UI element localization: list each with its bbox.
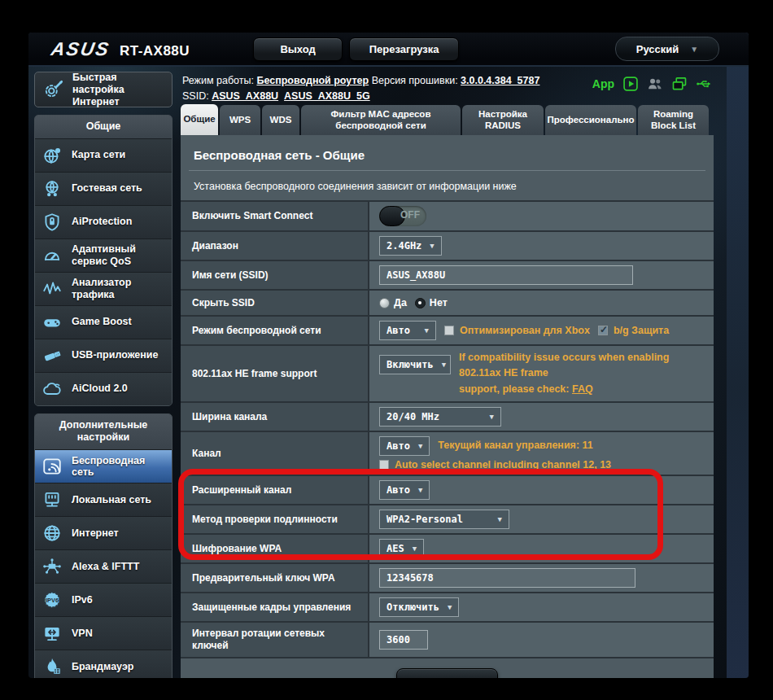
sidebar-item-vpn[interactable]: VPN — [35, 616, 172, 650]
ssid-24-link[interactable]: ASUS_AX88U — [212, 90, 278, 102]
sidebar: Быстрая настройка Интернет Общие Карта с… — [34, 72, 173, 678]
sidebar-item-label: USB-приложение — [72, 349, 159, 361]
sidebar-section-advanced: Дополнительные настройки Беспроводная се… — [34, 413, 173, 678]
field-label: Режим беспроводной сети — [181, 317, 369, 344]
he-frame-select[interactable]: Включить ▼ — [379, 355, 451, 374]
usb-status-icon[interactable] — [696, 76, 712, 92]
sidebar-item-label: Game Boost — [72, 316, 132, 327]
radio-label: Нет — [430, 297, 448, 308]
tab-roaming-block-list[interactable]: Roaming Block List — [638, 105, 709, 135]
top-banner: ASUS RT-AX88U Выход Перезагрузка Русский… — [28, 33, 749, 67]
sidebar-item-game-boost[interactable]: Game Boost — [35, 305, 172, 339]
row-protected-mgmt-frames: Защищенные кадры управления Отключить ▼ — [181, 593, 714, 623]
select-value: 20/40 MHz — [386, 411, 439, 422]
app-play-icon[interactable] — [622, 76, 639, 92]
app-label: App — [592, 77, 614, 90]
row-wpa-key: Предварительный ключ WPA — [181, 564, 714, 593]
select-value: Авто — [386, 484, 410, 496]
tab-mac-filter[interactable]: Фильтр MAC адресов беспроводной сети — [301, 105, 461, 135]
sidebar-item-quick-setup[interactable]: Быстрая настройка Интернет — [34, 72, 173, 107]
tab-general[interactable]: Общие — [181, 104, 218, 135]
xbox-optimized-checkbox[interactable] — [444, 326, 454, 335]
ssid-input[interactable] — [379, 265, 633, 285]
row-hide-ssid: Скрыть SSID Да Нет — [181, 291, 714, 317]
sidebar-item-wireless[interactable]: Беспроводная сеть — [35, 449, 172, 483]
protected-frames-select[interactable]: Отключить ▼ — [379, 597, 459, 617]
band-select[interactable]: 2.4GHz ▼ — [379, 236, 442, 256]
sidebar-item-lan[interactable]: Локальная сеть — [35, 483, 172, 516]
sidebar-item-aicloud[interactable]: AiCloud 2.0 — [35, 372, 172, 405]
gear-wrench-icon — [41, 79, 66, 100]
auth-method-select[interactable]: WPA2-Personal ▼ — [379, 510, 509, 529]
router-model: RT-AX88U — [120, 43, 190, 59]
auto-channel-checkbox[interactable] — [379, 460, 389, 470]
ipv6-badge-icon: IPV6 — [40, 589, 64, 610]
sidebar-item-qos[interactable]: Адаптивный сервис QoS — [35, 238, 172, 272]
ssid-5g-link[interactable]: ASUS_AX88U_5G — [284, 90, 370, 102]
sidebar-item-usb-application[interactable]: USB-приложение — [35, 339, 172, 372]
key-rotation-input[interactable] — [379, 630, 428, 650]
chevron-down-icon: ▼ — [448, 603, 452, 611]
smart-connect-toggle[interactable]: OFF — [379, 206, 426, 226]
row-wpa-encryption: Шифрование WPA AES ▼ — [181, 535, 714, 564]
sidebar-item-network-map[interactable]: Карта сети — [35, 138, 172, 172]
wpa-encryption-select[interactable]: AES ▼ — [379, 539, 424, 558]
hide-ssid-yes-radio[interactable] — [379, 298, 390, 308]
checkbox-label: b/g Защита — [614, 325, 669, 336]
sidebar-item-label: Локальная сеть — [72, 494, 151, 505]
shield-lock-icon — [40, 212, 64, 233]
wireless-mode-select[interactable]: Авто ▼ — [379, 321, 436, 340]
sidebar-item-firewall[interactable]: Брандмауэр — [35, 650, 172, 678]
chevron-down-icon: ▼ — [430, 242, 434, 250]
tab-radius[interactable]: Настройка RADIUS — [462, 105, 544, 135]
gauge-icon — [40, 245, 64, 266]
devices-icon[interactable] — [671, 76, 688, 92]
sidebar-item-ipv6[interactable]: IPV6 IPv6 — [35, 583, 172, 616]
ssid-label: SSID: — [182, 90, 209, 102]
field-label: Включить Smart Connect — [181, 202, 369, 230]
field-label: Предварительный ключ WPA — [181, 564, 369, 592]
sidebar-item-alexa-ifttt[interactable]: Alexa & IFTTT — [35, 549, 172, 583]
quick-setup-label: Быстрая настройка Интернет — [72, 72, 165, 108]
bg-protection-checkbox[interactable] — [598, 326, 608, 335]
channel-select[interactable]: Авто ▼ — [379, 436, 430, 456]
wpa-key-input[interactable] — [379, 568, 635, 588]
tab-wps[interactable]: WPS — [220, 105, 260, 135]
sidebar-item-aiprotection[interactable]: AiProtection — [35, 205, 172, 238]
tab-professional[interactable]: Профессионально — [545, 105, 636, 135]
field-label: Канал — [181, 432, 369, 475]
row-extension-channel: Расширенный канал Авто ▼ — [181, 476, 714, 505]
hide-ssid-no-radio[interactable] — [415, 298, 426, 308]
main-column: Режим работы: Беспроводной роутер Версия… — [181, 72, 714, 678]
firmware-link[interactable]: 3.0.0.4.384_5787 — [461, 75, 539, 86]
sidebar-item-guest-network[interactable]: Гостевая сеть — [35, 172, 172, 205]
sidebar-item-internet[interactable]: Интернет — [35, 516, 172, 549]
sidebar-item-label: Адаптивный сервис QoS — [72, 243, 167, 267]
select-value: Отключить — [386, 602, 439, 613]
faq-link[interactable]: FAQ — [572, 383, 593, 395]
language-select[interactable]: Русский ▼ — [615, 37, 719, 61]
row-ssid: Имя сети (SSID) — [181, 261, 714, 291]
section-title: Общие — [35, 116, 172, 138]
sidebar-item-label: Беспроводная сеть — [72, 455, 167, 479]
chevron-down-icon: ▼ — [490, 413, 494, 421]
page-subtitle: Установка беспроводного соединения завис… — [181, 171, 714, 200]
page-body: Быстрая настройка Интернет Общие Карта с… — [28, 67, 749, 678]
logout-button[interactable]: Выход — [253, 37, 343, 61]
field-label: Расширенный канал — [181, 476, 369, 504]
apply-button[interactable]: Применить — [396, 668, 498, 678]
reboot-button[interactable]: Перезагрузка — [349, 37, 459, 61]
tab-wds[interactable]: WDS — [262, 105, 299, 135]
select-value: Авто — [386, 325, 410, 336]
mode-link[interactable]: Беспроводной роутер — [256, 75, 369, 86]
sidebar-item-traffic-analyzer[interactable]: Анализатор трафика — [35, 272, 172, 305]
sidebar-item-label: Брандмауэр — [72, 661, 133, 672]
extension-channel-select[interactable]: Авто ▼ — [379, 480, 430, 500]
field-label: Ширина канала — [181, 403, 369, 431]
radio-label: Да — [394, 297, 407, 308]
clients-icon[interactable] — [647, 76, 663, 92]
channel-width-select[interactable]: 20/40 MHz ▼ — [379, 407, 501, 427]
mode-label: Режим работы: — [182, 75, 254, 86]
content-panel: Беспроводная сеть - Общие Установка бесп… — [181, 135, 714, 678]
language-value: Русский — [636, 43, 679, 55]
